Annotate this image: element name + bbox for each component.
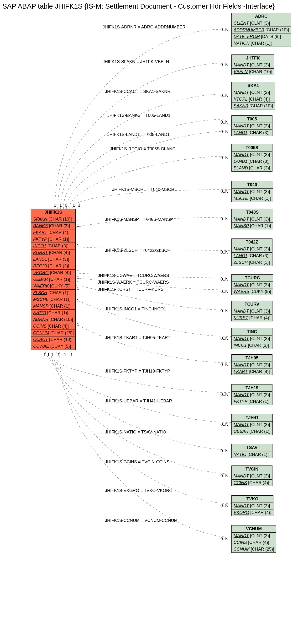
field-row: MANDT [CLNT (3)] xyxy=(232,123,272,130)
field-row: MANDT [CLNT (3)] xyxy=(232,308,272,315)
cardinality-right: 0..N xyxy=(220,62,228,68)
entity-header: T005S xyxy=(232,144,272,152)
entity-header: TJH05 xyxy=(232,354,272,362)
entity-tjh05: TJH05MANDT [CLNT (3)]FKART [CHAR (4)] xyxy=(231,354,273,375)
entity-t040: T040MANDT [CLNT (3)]MSCHL [CHAR (1)] xyxy=(231,181,273,202)
field-row: MANDT [CLNT (3)] xyxy=(232,152,272,158)
er-canvas: JHIFK1S SFAKN [CHAR (10)]BANKS [CHAR (3)… xyxy=(2,13,296,644)
card-one-1: 1 xyxy=(77,223,79,228)
cardinality-right: 0..N xyxy=(220,336,228,341)
entity-tvko: TVKOMANDT [CLNT (3)]VKORG [CHAR (4)] xyxy=(231,495,274,516)
entity-t040s: T040SMANDT [CLNT (3)]MANSP [CHAR (1)] xyxy=(231,208,273,230)
field-row: NATIO [CHAR (1)] xyxy=(31,310,75,316)
field-row: LAND1 [CHAR (3)] xyxy=(31,256,75,263)
field-row: CLIENT [CLNT (3)] xyxy=(232,20,291,27)
field-row: ADDRNUMBER [CHAR (10)] xyxy=(232,27,291,34)
field-row: CCINS [CHAR (4)] xyxy=(232,480,272,486)
field-row: BANKS [CHAR (3)] xyxy=(31,223,75,230)
entity-header: TVCIN xyxy=(232,466,272,473)
field-row: FKTYP [CHAR (1)] xyxy=(232,398,272,405)
cardinality-right: 0..N xyxy=(220,93,228,98)
cardinality-right: 0..N xyxy=(220,277,228,282)
entity-t042z: T042ZMANDT [CLNT (3)]LAND1 [CHAR (3)]ZLS… xyxy=(231,238,273,266)
card-one-3: 1 xyxy=(77,270,79,274)
relation-label: JHIFK1S-FKTYP = TJH19-FKTYP xyxy=(105,369,170,374)
field-row: MSCHL [CHAR (1)] xyxy=(31,296,75,303)
entity-vcnum: VCNUMMANDT [CLNT (3)]CCINS [CHAR (4)]CCN… xyxy=(231,525,276,553)
entity-tvcin: TVCINMANDT [CLNT (3)]CCINS [CHAR (4)] xyxy=(231,466,273,486)
entity-header: TCURV xyxy=(232,301,272,308)
entity-tjh19: TJH19MANDT [CLNT (3)]FKTYP [CHAR (1)] xyxy=(231,384,273,405)
entity-header: TVKO xyxy=(232,496,273,503)
entity-header: T040 xyxy=(232,181,273,188)
cardinality-bottom: 111 1 1 1 xyxy=(43,352,74,358)
card-one-2: 1 xyxy=(77,243,79,248)
relation-label: JHIFK1S-MANSP = T040S-MANSP xyxy=(105,217,173,222)
field-row: MANDT [CLNT (3)] xyxy=(232,533,276,539)
cardinality-right: 0..N xyxy=(220,474,228,478)
entity-header: TJH19 xyxy=(232,384,272,392)
card-one-6: 1 xyxy=(77,286,79,291)
field-row: MANDT [CLNT (3)] xyxy=(232,188,273,195)
relation-label: JHIFK1S-CCACT = SKA1-SAKNR xyxy=(105,89,170,94)
entity-header: JHIFK1S xyxy=(31,209,75,216)
cardinality-right: 0..N xyxy=(220,536,228,542)
entity-t005s: T005SMANDT [CLNT (3)]LAND1 [CHAR (3)]BLA… xyxy=(231,144,273,172)
field-row: ZLSCH [CHAR (1)] xyxy=(232,259,272,266)
field-row: LAND1 [CHAR (3)] xyxy=(232,130,272,136)
entity-tcurc: TCURCMANDT [CLNT (3)]WAERS [CUKY (5)] xyxy=(231,274,273,295)
field-row: MANDT [CLNT (3)] xyxy=(232,392,272,398)
field-row: DATE_FROM [DATS (8)] xyxy=(232,34,291,40)
field-row: MSCHL [CHAR (1)] xyxy=(232,195,273,202)
cardinality-right: 0..N xyxy=(220,27,228,32)
field-row: CCACT [CHAR (10)] xyxy=(31,336,75,343)
field-row: MANDT [CLNT (3)] xyxy=(232,246,272,252)
cardinality-right: 0..N xyxy=(220,250,228,255)
entity-header: T042Z xyxy=(232,239,272,246)
field-row: LAND1 [CHAR (3)] xyxy=(232,252,272,259)
relation-label: JHIFK1S-KURST = TCURV-KURST xyxy=(98,287,166,292)
field-row: MANDT [CLNT (3)] xyxy=(232,89,275,96)
entity-header: TCURC xyxy=(232,274,273,282)
field-row: CCINS [CHAR (4)] xyxy=(31,323,75,330)
field-row: NATION [CHAR (1)] xyxy=(232,40,291,46)
relation-label: JHIFK1S-NATIO = TSAV-NATIO xyxy=(105,430,166,435)
field-row: CCWAE [CUKY (5)] xyxy=(31,343,75,350)
relation-label: JHIFK1S-FKART = TJH05-FKART xyxy=(105,335,170,340)
field-row: MANSP [CHAR (1)] xyxy=(232,223,273,229)
cardinality-right: 0..N xyxy=(220,422,228,427)
field-row: CCINS [CHAR (4)] xyxy=(232,539,276,546)
relation-label: JHIFK1S-CCWAE = TCURC-WAERS xyxy=(98,273,169,278)
field-row: MANDT [CLNT (3)] xyxy=(232,503,273,510)
card-one-4: 1 xyxy=(77,275,79,280)
entity-header: SKA1 xyxy=(232,82,275,89)
field-row: FKTYP [CHAR (1)] xyxy=(31,236,75,243)
entity-tinc: TINCMANDT [CLNT (3)]INCO1 [CHAR (3)] xyxy=(231,328,273,349)
field-row: NATIO [CHAR (1)] xyxy=(232,452,272,458)
field-row: ADRNR [CHAR (10)] xyxy=(31,316,75,323)
relation-label: JHIFK1S-CCINS = TVCIN-CCINS xyxy=(105,460,169,464)
field-row: MANDT [CLNT (3)] xyxy=(232,216,273,223)
page-title: SAP ABAP table JHIFK1S {IS-M: Settlement… xyxy=(2,2,298,10)
field-row: KURST [CHAR (4)] xyxy=(232,315,272,321)
cardinality-right: 0..N xyxy=(220,448,228,454)
field-row: FKART [CHAR (4)] xyxy=(232,368,272,375)
cardinality-right: 0..N xyxy=(220,155,228,160)
entity-header: TSAV xyxy=(232,444,272,452)
field-row: KTOPL [CHAR (4)] xyxy=(232,96,275,103)
field-row: LAND1 [CHAR (3)] xyxy=(232,158,272,165)
relation-label: JHIFK1S-INCO1 = TINC-INCO1 xyxy=(105,306,166,312)
field-row: BLAND [CHAR (3)] xyxy=(232,165,272,171)
field-row: UEBAR [CHAR (1)] xyxy=(232,428,273,435)
cardinality-right: 0..N xyxy=(220,392,228,397)
cardinality-right: 0..N xyxy=(220,362,228,367)
cardinality-right: 0..N xyxy=(220,120,228,125)
cardinality-right: 0..N xyxy=(220,216,228,222)
field-row: SFAKN [CHAR (10)] xyxy=(31,216,75,223)
field-row: VKORG [CHAR (4)] xyxy=(31,270,75,276)
relation-label: JHIFK1S-UEBAR = TJH41-UEBAR xyxy=(105,398,172,404)
field-row: CCNUM [CHAR (25)] xyxy=(232,546,276,552)
field-row: KURST [CHAR (4)] xyxy=(31,250,75,256)
field-row: INCO1 [CHAR (3)] xyxy=(31,243,75,250)
entity-jhifk1s: JHIFK1S SFAKN [CHAR (10)]BANKS [CHAR (3)… xyxy=(31,208,76,350)
